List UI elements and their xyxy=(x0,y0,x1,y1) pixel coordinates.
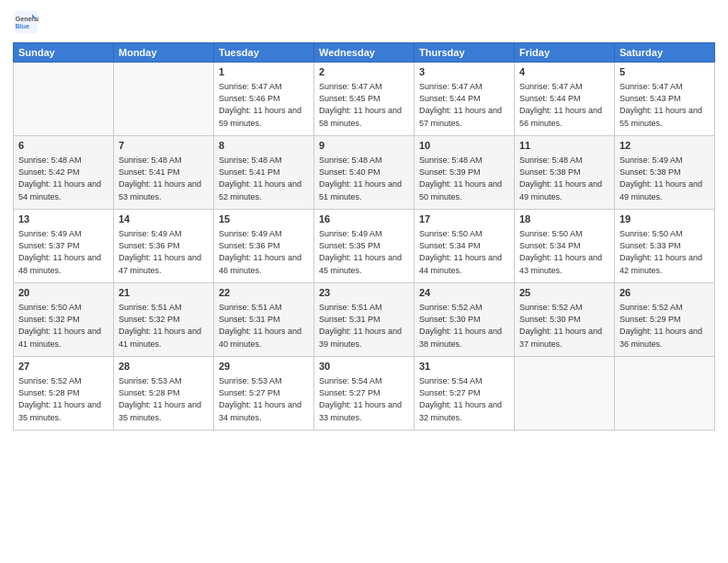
day-info: Sunrise: 5:54 AMSunset: 5:27 PMDaylight:… xyxy=(419,375,509,423)
day-number: 16 xyxy=(319,213,409,226)
day-number: 25 xyxy=(519,286,609,300)
day-number: 20 xyxy=(18,286,108,300)
calendar-header-row: SundayMondayTuesdayWednesdayThursdayFrid… xyxy=(14,43,715,63)
calendar-week-row: 27Sunrise: 5:52 AMSunset: 5:28 PMDayligh… xyxy=(14,357,715,431)
day-number: 7 xyxy=(119,139,209,153)
header-cell-saturday: Saturday xyxy=(615,43,715,63)
calendar-cell: 19Sunrise: 5:50 AMSunset: 5:33 PMDayligh… xyxy=(615,210,715,283)
day-number: 12 xyxy=(620,139,710,153)
day-number: 11 xyxy=(519,139,609,153)
calendar-cell: 13Sunrise: 5:49 AMSunset: 5:37 PMDayligh… xyxy=(14,210,114,283)
day-number: 26 xyxy=(620,286,710,300)
calendar-cell: 7Sunrise: 5:48 AMSunset: 5:41 PMDaylight… xyxy=(114,136,214,210)
day-info: Sunrise: 5:50 AMSunset: 5:34 PMDaylight:… xyxy=(519,228,609,276)
calendar-cell: 24Sunrise: 5:52 AMSunset: 5:30 PMDayligh… xyxy=(415,283,515,357)
day-info: Sunrise: 5:52 AMSunset: 5:29 PMDaylight:… xyxy=(620,302,710,350)
day-info: Sunrise: 5:47 AMSunset: 5:45 PMDaylight:… xyxy=(319,81,409,129)
day-number: 14 xyxy=(119,213,209,226)
header-cell-monday: Monday xyxy=(114,43,214,63)
day-info: Sunrise: 5:49 AMSunset: 5:36 PMDaylight:… xyxy=(119,228,209,276)
svg-text:Blue: Blue xyxy=(16,23,29,29)
header-cell-tuesday: Tuesday xyxy=(214,43,314,63)
day-info: Sunrise: 5:51 AMSunset: 5:32 PMDaylight:… xyxy=(119,302,209,350)
calendar-cell: 14Sunrise: 5:49 AMSunset: 5:36 PMDayligh… xyxy=(114,210,214,283)
day-number: 15 xyxy=(219,213,309,226)
calendar-cell: 11Sunrise: 5:48 AMSunset: 5:38 PMDayligh… xyxy=(515,136,615,210)
day-number: 22 xyxy=(219,286,309,300)
day-info: Sunrise: 5:47 AMSunset: 5:43 PMDaylight:… xyxy=(620,81,710,129)
calendar-cell: 8Sunrise: 5:48 AMSunset: 5:41 PMDaylight… xyxy=(214,136,314,210)
calendar-cell: 18Sunrise: 5:50 AMSunset: 5:34 PMDayligh… xyxy=(515,210,615,283)
day-info: Sunrise: 5:52 AMSunset: 5:30 PMDaylight:… xyxy=(419,302,509,350)
calendar-cell: 31Sunrise: 5:54 AMSunset: 5:27 PMDayligh… xyxy=(415,357,515,431)
day-info: Sunrise: 5:52 AMSunset: 5:30 PMDaylight:… xyxy=(519,302,609,350)
page: General Blue SundayMondayTuesdayWednesda… xyxy=(0,0,728,563)
day-info: Sunrise: 5:48 AMSunset: 5:42 PMDaylight:… xyxy=(18,155,108,202)
day-info: Sunrise: 5:53 AMSunset: 5:28 PMDaylight:… xyxy=(119,375,209,423)
calendar-cell xyxy=(14,63,114,136)
calendar-week-row: 20Sunrise: 5:50 AMSunset: 5:32 PMDayligh… xyxy=(14,283,715,357)
day-info: Sunrise: 5:49 AMSunset: 5:36 PMDaylight:… xyxy=(219,228,309,276)
day-info: Sunrise: 5:48 AMSunset: 5:41 PMDaylight:… xyxy=(119,155,209,202)
day-info: Sunrise: 5:47 AMSunset: 5:44 PMDaylight:… xyxy=(519,81,609,129)
logo-icon: General Blue xyxy=(13,9,39,35)
day-number: 30 xyxy=(319,360,409,373)
day-info: Sunrise: 5:47 AMSunset: 5:44 PMDaylight:… xyxy=(419,81,509,129)
calendar-cell: 21Sunrise: 5:51 AMSunset: 5:32 PMDayligh… xyxy=(114,283,214,357)
header-cell-friday: Friday xyxy=(515,43,615,63)
logo: General Blue xyxy=(13,9,39,35)
calendar-cell: 3Sunrise: 5:47 AMSunset: 5:44 PMDaylight… xyxy=(415,63,515,136)
day-number: 1 xyxy=(219,65,309,79)
day-info: Sunrise: 5:47 AMSunset: 5:46 PMDaylight:… xyxy=(219,81,309,129)
day-info: Sunrise: 5:48 AMSunset: 5:41 PMDaylight:… xyxy=(219,155,309,202)
day-info: Sunrise: 5:48 AMSunset: 5:38 PMDaylight:… xyxy=(519,155,609,202)
calendar-cell: 22Sunrise: 5:51 AMSunset: 5:31 PMDayligh… xyxy=(214,283,314,357)
calendar-cell xyxy=(114,63,214,136)
day-info: Sunrise: 5:49 AMSunset: 5:38 PMDaylight:… xyxy=(620,155,710,202)
header-cell-thursday: Thursday xyxy=(415,43,515,63)
day-number: 17 xyxy=(419,213,509,226)
day-number: 28 xyxy=(119,360,209,373)
day-info: Sunrise: 5:50 AMSunset: 5:34 PMDaylight:… xyxy=(419,228,509,276)
header-cell-sunday: Sunday xyxy=(14,43,114,63)
day-number: 18 xyxy=(519,213,609,226)
calendar-cell: 9Sunrise: 5:48 AMSunset: 5:40 PMDaylight… xyxy=(314,136,415,210)
calendar-cell: 4Sunrise: 5:47 AMSunset: 5:44 PMDaylight… xyxy=(515,63,615,136)
calendar-cell: 12Sunrise: 5:49 AMSunset: 5:38 PMDayligh… xyxy=(615,136,715,210)
svg-text:General: General xyxy=(16,16,39,22)
day-number: 8 xyxy=(219,139,309,153)
day-number: 4 xyxy=(519,65,609,79)
day-number: 23 xyxy=(319,286,409,300)
day-info: Sunrise: 5:53 AMSunset: 5:27 PMDaylight:… xyxy=(219,375,309,423)
calendar-week-row: 6Sunrise: 5:48 AMSunset: 5:42 PMDaylight… xyxy=(14,136,715,210)
day-number: 24 xyxy=(419,286,509,300)
day-info: Sunrise: 5:51 AMSunset: 5:31 PMDaylight:… xyxy=(219,302,309,350)
calendar-cell: 6Sunrise: 5:48 AMSunset: 5:42 PMDaylight… xyxy=(14,136,114,210)
calendar-cell: 26Sunrise: 5:52 AMSunset: 5:29 PMDayligh… xyxy=(615,283,715,357)
day-number: 3 xyxy=(419,65,509,79)
day-number: 5 xyxy=(620,65,710,79)
calendar-cell: 1Sunrise: 5:47 AMSunset: 5:46 PMDaylight… xyxy=(214,63,314,136)
calendar-cell: 23Sunrise: 5:51 AMSunset: 5:31 PMDayligh… xyxy=(314,283,415,357)
calendar-cell: 16Sunrise: 5:49 AMSunset: 5:35 PMDayligh… xyxy=(314,210,415,283)
day-info: Sunrise: 5:54 AMSunset: 5:27 PMDaylight:… xyxy=(319,375,409,423)
day-info: Sunrise: 5:49 AMSunset: 5:35 PMDaylight:… xyxy=(319,228,409,276)
calendar-cell: 25Sunrise: 5:52 AMSunset: 5:30 PMDayligh… xyxy=(515,283,615,357)
day-number: 10 xyxy=(419,139,509,153)
header-cell-wednesday: Wednesday xyxy=(314,43,415,63)
day-number: 21 xyxy=(119,286,209,300)
calendar-cell: 27Sunrise: 5:52 AMSunset: 5:28 PMDayligh… xyxy=(14,357,114,431)
day-number: 2 xyxy=(319,65,409,79)
calendar-cell: 15Sunrise: 5:49 AMSunset: 5:36 PMDayligh… xyxy=(214,210,314,283)
day-number: 13 xyxy=(18,213,108,226)
calendar-cell: 30Sunrise: 5:54 AMSunset: 5:27 PMDayligh… xyxy=(314,357,415,431)
svg-rect-0 xyxy=(14,10,37,33)
day-number: 29 xyxy=(219,360,309,373)
day-number: 31 xyxy=(419,360,509,373)
day-info: Sunrise: 5:51 AMSunset: 5:31 PMDaylight:… xyxy=(319,302,409,350)
calendar-cell: 17Sunrise: 5:50 AMSunset: 5:34 PMDayligh… xyxy=(415,210,515,283)
calendar-cell xyxy=(515,357,615,431)
day-info: Sunrise: 5:48 AMSunset: 5:39 PMDaylight:… xyxy=(419,155,509,202)
day-number: 19 xyxy=(620,213,710,226)
day-number: 6 xyxy=(18,139,108,153)
